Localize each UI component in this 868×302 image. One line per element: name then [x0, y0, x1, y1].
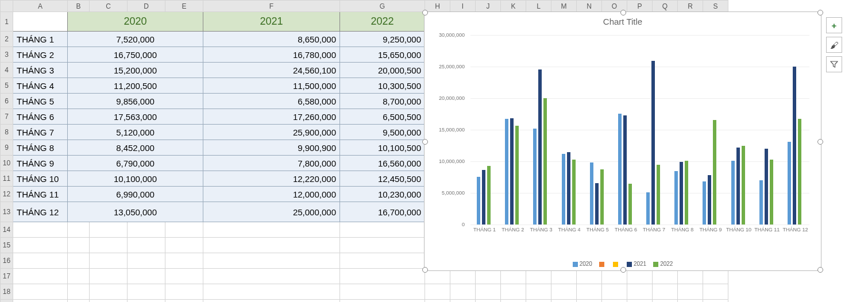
- cell-value-2021[interactable]: 16,780,000: [203, 47, 340, 63]
- cell-value-2021[interactable]: 25,900,000: [203, 125, 340, 140]
- cell[interactable]: [602, 300, 627, 303]
- cell-month[interactable]: THÁNG 6: [13, 109, 68, 125]
- cell-value-2021[interactable]: 7,800,000: [203, 156, 340, 171]
- cell-value-2020[interactable]: 6,790,000: [68, 156, 203, 171]
- cell[interactable]: [340, 222, 425, 238]
- cell-month[interactable]: THÁNG 2: [13, 47, 68, 63]
- cell[interactable]: [526, 300, 551, 303]
- cell-value-2022[interactable]: 10,230,000: [340, 187, 425, 202]
- cell-value-2021[interactable]: 11,500,000: [203, 78, 340, 94]
- cell-value-2022[interactable]: 8,700,000: [340, 94, 425, 109]
- cell-month[interactable]: THÁNG 5: [13, 94, 68, 109]
- col-header[interactable]: E: [165, 1, 203, 12]
- col-header[interactable]: I: [450, 1, 476, 12]
- cell[interactable]: [450, 300, 476, 303]
- cell-value-2022[interactable]: 12,450,500: [340, 171, 425, 187]
- col-header[interactable]: J: [476, 1, 501, 12]
- cell-value-2022[interactable]: 15,650,000: [340, 47, 425, 63]
- cell[interactable]: [653, 284, 678, 300]
- cell-value-2020[interactable]: 15,200,000: [68, 63, 203, 78]
- chart-resize-handle[interactable]: [422, 267, 428, 273]
- cell[interactable]: [340, 238, 425, 253]
- chart-resize-handle[interactable]: [422, 10, 428, 16]
- row-header[interactable]: 7: [1, 109, 13, 125]
- cell-month[interactable]: THÁNG 8: [13, 140, 68, 156]
- cell-value-2022[interactable]: 9,250,000: [340, 32, 425, 47]
- col-header[interactable]: F: [203, 1, 340, 12]
- cell[interactable]: [165, 269, 203, 284]
- chart-resize-handle[interactable]: [817, 10, 823, 16]
- cell[interactable]: [90, 284, 128, 300]
- cell[interactable]: [68, 253, 90, 269]
- cell[interactable]: [13, 222, 68, 238]
- chart-resize-handle[interactable]: [620, 267, 626, 273]
- chart-styles-button[interactable]: 🖌: [826, 37, 842, 53]
- cell[interactable]: [450, 284, 476, 300]
- row-header[interactable]: 5: [1, 78, 13, 94]
- cell[interactable]: [68, 269, 90, 284]
- row-header[interactable]: 13: [1, 202, 13, 222]
- embedded-chart[interactable]: Chart Title 05,000,00010,000,00015,000,0…: [424, 11, 821, 271]
- cell[interactable]: [13, 12, 68, 32]
- cell[interactable]: [678, 300, 703, 303]
- cell[interactable]: [577, 284, 602, 300]
- cell[interactable]: [653, 300, 678, 303]
- cell[interactable]: [68, 238, 90, 253]
- cell-value-2021[interactable]: 6,580,000: [203, 94, 340, 109]
- cell[interactable]: [128, 269, 165, 284]
- col-header[interactable]: D: [128, 1, 165, 12]
- cell[interactable]: [203, 238, 340, 253]
- cell[interactable]: [627, 284, 653, 300]
- cell[interactable]: [476, 284, 501, 300]
- cell[interactable]: [128, 253, 165, 269]
- cell-month[interactable]: THÁNG 10: [13, 171, 68, 187]
- row-header[interactable]: 9: [1, 140, 13, 156]
- col-header[interactable]: L: [526, 1, 551, 12]
- cell[interactable]: [340, 269, 425, 284]
- cell-value-2021[interactable]: 9,900,900: [203, 140, 340, 156]
- cell[interactable]: [501, 300, 526, 303]
- cell-value-2022[interactable]: 16,560,000: [340, 156, 425, 171]
- chart-resize-handle[interactable]: [422, 139, 428, 145]
- col-header[interactable]: H: [425, 1, 450, 12]
- cell-value-2022[interactable]: 20,000,500: [340, 63, 425, 78]
- cell-month[interactable]: THÁNG 1: [13, 32, 68, 47]
- cell[interactable]: [13, 269, 68, 284]
- cell[interactable]: [340, 253, 425, 269]
- cell-value-2022[interactable]: 16,700,000: [340, 202, 425, 222]
- cell-value-2020[interactable]: 5,120,000: [68, 125, 203, 140]
- row-header[interactable]: 19: [1, 300, 13, 303]
- cell-month[interactable]: THÁNG 3: [13, 63, 68, 78]
- col-header[interactable]: P: [627, 1, 653, 12]
- cell[interactable]: [165, 284, 203, 300]
- cell[interactable]: [128, 300, 165, 303]
- row-header[interactable]: 1: [1, 12, 13, 32]
- col-header[interactable]: M: [551, 1, 577, 12]
- row-header[interactable]: 10: [1, 156, 13, 171]
- cell-value-2020[interactable]: 8,452,000: [68, 140, 203, 156]
- cell[interactable]: [203, 300, 340, 303]
- cell-value-2021[interactable]: 17,260,000: [203, 109, 340, 125]
- row-header[interactable]: 18: [1, 284, 13, 300]
- col-header[interactable]: K: [501, 1, 526, 12]
- cell[interactable]: [425, 300, 450, 303]
- cell[interactable]: [340, 284, 425, 300]
- row-header[interactable]: 6: [1, 94, 13, 109]
- cell-value-2020[interactable]: 13,050,000: [68, 202, 203, 222]
- cell[interactable]: [551, 284, 577, 300]
- cell[interactable]: [165, 222, 203, 238]
- cell-value-2020[interactable]: 7,520,000: [68, 32, 203, 47]
- cell[interactable]: [203, 222, 340, 238]
- cell[interactable]: [13, 238, 68, 253]
- cell[interactable]: [90, 269, 128, 284]
- cell-value-2020[interactable]: 16,750,000: [68, 47, 203, 63]
- cell-year-2021[interactable]: 2021: [203, 12, 340, 32]
- cell[interactable]: [68, 222, 90, 238]
- cell-value-2021[interactable]: 8,650,000: [203, 32, 340, 47]
- select-all-corner[interactable]: [1, 1, 13, 12]
- cell[interactable]: [165, 300, 203, 303]
- col-header[interactable]: G: [340, 1, 425, 12]
- cell-value-2022[interactable]: 6,500,500: [340, 109, 425, 125]
- chart-resize-handle[interactable]: [620, 10, 626, 16]
- col-header[interactable]: S: [703, 1, 728, 12]
